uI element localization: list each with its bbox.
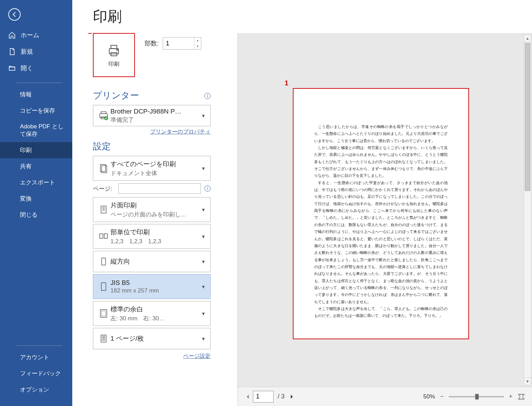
annotation-marker-2: 2	[88, 33, 92, 35]
svg-rect-15	[104, 234, 107, 238]
print-settings-panel: 2 印刷 部数: 1 ▲▼ プリンター	[72, 33, 237, 406]
setting-margins[interactable]: 標準の余白左: 30 mm 右: 30… ▾	[93, 301, 211, 326]
margins-icon	[97, 308, 110, 319]
open-folder-icon	[8, 64, 16, 72]
printer-properties-link[interactable]: プリンターのプロパティ	[150, 129, 211, 135]
prev-page-button[interactable]	[245, 394, 251, 400]
page-size-icon	[97, 281, 110, 292]
printer-icon	[106, 43, 122, 58]
pages-icon	[97, 163, 110, 173]
sidebar-item-convert[interactable]: 変換	[0, 191, 72, 207]
zoom-in-button[interactable]: +	[507, 393, 514, 400]
zoom-out-button[interactable]: −	[438, 393, 445, 400]
setting-duplex[interactable]: 片面印刷ページの片面のみを印刷し… ▾	[93, 197, 211, 222]
collate-icon	[97, 231, 110, 242]
sidebar-divider	[17, 345, 62, 346]
svg-rect-17	[101, 283, 106, 291]
zoom-to-page-button[interactable]	[518, 393, 525, 400]
sheet-icon	[97, 333, 110, 344]
sidebar-label: 開く	[21, 64, 33, 72]
svg-point-3	[117, 49, 118, 50]
preview-scrollbar[interactable]: ▲ ▼	[524, 34, 531, 385]
one-side-icon	[97, 204, 110, 215]
copies-spinner[interactable]: ▲▼	[194, 38, 201, 49]
sidebar-label: 新規	[21, 47, 33, 56]
new-doc-icon	[8, 48, 16, 55]
sidebar-item-info[interactable]: 情報	[0, 86, 72, 103]
preview-page: こう思いましたからは、早速その蜘蛛の糸を両手でしっかりとつかみながら、一生懸命に…	[293, 88, 469, 339]
svg-rect-16	[102, 258, 105, 265]
printer-select[interactable]: Brother DCP-J988N P… 準備完了 ▾	[93, 105, 211, 126]
sidebar-item-share[interactable]: 共有	[0, 158, 72, 174]
chevron-down-icon: ▾	[200, 165, 207, 172]
setting-collate[interactable]: 部単位で印刷1,2,3 1,2,3 1,2,3 ▾	[93, 224, 211, 249]
chevron-down-icon: ▾	[200, 310, 207, 317]
scroll-down-button[interactable]: ▼	[524, 377, 531, 385]
scroll-up-button[interactable]: ▲	[524, 35, 531, 42]
sidebar-item-save-copy[interactable]: コピーを保存	[0, 103, 72, 119]
setting-pages-per-sheet[interactable]: 1 ページ/枚 ▾	[93, 328, 211, 349]
printer-name: Brother DCP-J988N P…	[110, 108, 200, 115]
sidebar-item-feedback[interactable]: フィードバック	[0, 365, 72, 382]
sidebar-divider	[17, 83, 62, 83]
home-icon	[8, 31, 16, 39]
chevron-down-icon: ▾	[200, 284, 207, 290]
scroll-thumb[interactable]	[525, 43, 530, 191]
info-icon[interactable]: i	[204, 185, 211, 192]
copies-label: 部数:	[145, 39, 159, 47]
svg-rect-25	[520, 394, 523, 399]
info-icon[interactable]: i	[204, 93, 211, 99]
back-button[interactable]	[8, 8, 21, 21]
sidebar-item-open[interactable]: 開く	[0, 60, 72, 76]
copies-input[interactable]: 1 ▲▼	[163, 37, 201, 50]
sidebar-item-save-pdf[interactable]: Adobe PDF として保存	[0, 119, 72, 142]
chevron-down-icon: ▾	[200, 233, 207, 240]
printer-status: 準備完了	[110, 116, 200, 124]
chevron-down-icon: ▾	[200, 206, 207, 213]
sidebar-item-new[interactable]: 新規	[0, 43, 72, 60]
svg-rect-5	[101, 112, 106, 114]
page-title: 印刷	[72, 0, 532, 33]
page-setup-link[interactable]: ページ設定	[183, 353, 211, 359]
printer-status-icon	[97, 110, 110, 121]
sidebar-item-print[interactable]: 印刷	[0, 142, 72, 158]
pages-input[interactable]	[118, 183, 201, 194]
next-page-button[interactable]	[289, 394, 295, 400]
settings-section-title: 設定	[93, 140, 237, 152]
sidebar-label: ホーム	[21, 31, 39, 39]
svg-rect-10	[101, 206, 106, 213]
chevron-down-icon: ▾	[200, 258, 207, 265]
sidebar-item-account[interactable]: アカウント	[0, 349, 72, 365]
print-preview: 1 こう思いましたからは、早速その蜘蛛の糸を両手でしっかりとつかみながら、一生懸…	[237, 33, 532, 406]
page-total-label: / 3	[278, 393, 285, 400]
zoom-slider[interactable]	[449, 396, 504, 397]
setting-print-range[interactable]: すべてのページを印刷ドキュメント全体 ▾	[93, 156, 211, 181]
backstage-sidebar: ホーム 新規 開く 情報 コピーを保存 Adobe PDF として保存 印刷 共…	[0, 0, 72, 406]
annotation-marker-1: 1	[285, 79, 288, 87]
sidebar-item-close[interactable]: 閉じる	[0, 207, 72, 223]
svg-rect-14	[100, 234, 103, 238]
sidebar-item-export[interactable]: エクスポート	[0, 174, 72, 191]
pages-label: ページ:	[93, 185, 115, 193]
setting-papersize[interactable]: JIS B5182 mm x 257 mm ▾	[93, 274, 211, 299]
sidebar-item-options[interactable]: オプション	[0, 382, 72, 398]
svg-rect-1	[111, 45, 117, 49]
portrait-icon	[97, 256, 110, 267]
chevron-down-icon: ▾	[200, 113, 207, 119]
print-button-label: 印刷	[108, 61, 119, 68]
preview-statusbar: / 3 50% − +	[238, 387, 532, 406]
chevron-down-icon: ▾	[200, 335, 207, 342]
sidebar-item-home[interactable]: ホーム	[0, 27, 72, 43]
setting-orientation[interactable]: 縦方向 ▾	[93, 251, 211, 272]
print-button[interactable]: 2 印刷	[93, 33, 135, 77]
svg-rect-19	[102, 311, 105, 316]
zoom-percent: 50%	[423, 393, 435, 400]
page-number-input[interactable]	[253, 391, 274, 403]
printer-section-title: プリンター	[93, 89, 139, 102]
